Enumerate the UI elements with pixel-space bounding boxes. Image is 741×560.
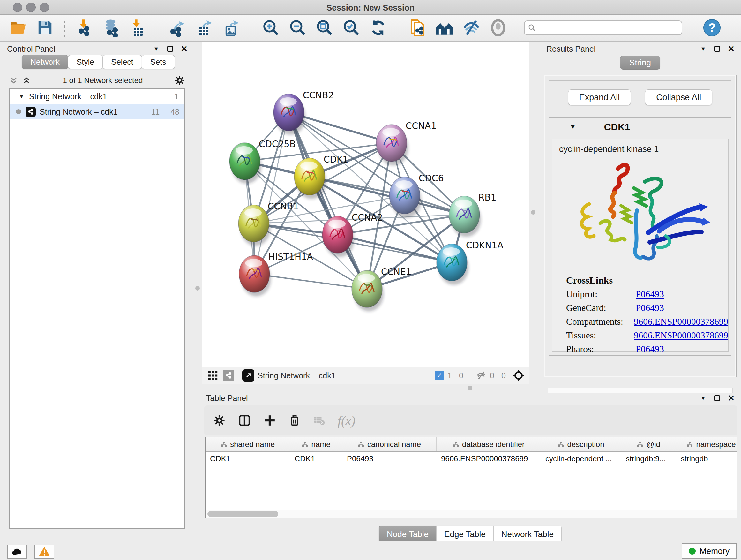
table-settings-gear-icon[interactable] — [213, 415, 225, 427]
crosslink-label: Pharos: — [566, 344, 636, 354]
help-button[interactable]: ? — [703, 19, 721, 37]
network-node-CCNE1[interactable] — [352, 270, 384, 311]
node-label-CCNE1: CCNE1 — [381, 266, 412, 277]
table-column-header[interactable]: namespace — [676, 437, 737, 451]
network-collection-row[interactable]: ▼ String Network – cdk1 1 — [10, 89, 185, 104]
network-node-CCNB2[interactable] — [273, 94, 306, 135]
node-table: shared namenamecanonical namedatabase id… — [205, 437, 737, 518]
panel-menu-icon[interactable]: ▼ — [153, 46, 159, 52]
refresh-icon[interactable] — [369, 18, 387, 37]
network-graph[interactable]: CCNB2CCNA1CDC25BCDK1CDC6RB1CCNB1CCNA2CDK… — [202, 42, 529, 367]
open-in-window-icon[interactable] — [242, 369, 254, 381]
network-node-RB1[interactable] — [449, 196, 481, 237]
splitter-handle[interactable] — [195, 286, 200, 291]
network-node-CDKN1A[interactable] — [436, 244, 468, 285]
table-row[interactable]: CDK1CDK1P064939606.ENSP00000378699cyclin… — [205, 452, 737, 465]
import-network-file-icon[interactable] — [75, 18, 94, 37]
network-node-CCNA2[interactable] — [322, 216, 354, 257]
zoom-selected-icon[interactable] — [342, 18, 360, 37]
table-column-header[interactable]: description — [541, 437, 621, 451]
tab-network[interactable]: Network — [22, 55, 68, 69]
string-import-icon[interactable] — [408, 18, 427, 37]
table-cell[interactable]: 9606.ENSP00000378699 — [436, 454, 541, 463]
table-column-header[interactable]: database identifier — [436, 437, 541, 451]
panel-close-icon[interactable]: ✕ — [181, 44, 188, 54]
panel-float-icon[interactable] — [714, 46, 720, 52]
crosslink-link[interactable]: P06493 — [636, 303, 664, 313]
table-cell[interactable]: stringdb:9... — [621, 454, 676, 463]
tab-network-table[interactable]: Network Table — [493, 525, 562, 543]
gear-icon[interactable] — [174, 75, 185, 86]
tab-sets[interactable]: Sets — [142, 55, 175, 69]
string-hide-eye-icon[interactable] — [462, 18, 481, 37]
crosslink-link[interactable]: 9606.ENSP00000378699 — [634, 330, 728, 341]
tab-style[interactable]: Style — [68, 55, 103, 69]
tab-edge-table[interactable]: Edge Table — [436, 525, 494, 543]
table-cell[interactable]: CDK1 — [290, 454, 342, 463]
share-view-icon[interactable] — [223, 370, 234, 381]
table-cell[interactable]: CDK1 — [205, 454, 290, 463]
add-column-icon[interactable] — [264, 415, 276, 427]
table-cell[interactable]: cyclin-dependent ... — [541, 454, 621, 463]
grid-view-icon[interactable] — [207, 370, 218, 381]
crosslink-link[interactable]: P06493 — [636, 344, 664, 354]
collapse-all-icon[interactable] — [9, 76, 18, 85]
expand-all-icon[interactable] — [22, 76, 31, 85]
collapse-all-button[interactable]: Collapse All — [645, 89, 712, 105]
import-table-file-icon[interactable] — [129, 18, 147, 37]
panel-menu-icon[interactable]: ▼ — [700, 46, 706, 52]
string-lens-icon[interactable] — [489, 18, 508, 37]
node-label-HIST1H1A: HIST1H1A — [268, 252, 313, 262]
table-cell[interactable]: stringdb — [676, 454, 737, 463]
zoom-fit-icon[interactable] — [315, 18, 334, 37]
scrollbar-thumb[interactable] — [207, 511, 278, 517]
string-home-icon[interactable] — [435, 18, 454, 37]
network-node-CCNA1[interactable] — [376, 125, 408, 165]
panel-float-icon[interactable] — [167, 46, 173, 52]
splitter-handle[interactable] — [531, 210, 536, 214]
table-column-header[interactable]: shared name — [205, 437, 290, 451]
network-node-CCNB1[interactable] — [239, 205, 270, 246]
network-row[interactable]: String Network – cdk1 11 48 — [10, 104, 185, 119]
tab-node-table[interactable]: Node Table — [379, 525, 436, 543]
tab-select[interactable]: Select — [103, 55, 142, 69]
table-column-header[interactable]: name — [290, 437, 342, 451]
selected-checkbox-icon[interactable]: ✓ — [434, 371, 444, 380]
tab-string[interactable]: String — [620, 56, 660, 70]
delete-column-trash-icon[interactable] — [288, 415, 300, 427]
network-canvas[interactable]: CCNB2CCNA1CDC25BCDK1CDC6RB1CCNB1CCNA2CDK… — [202, 42, 529, 367]
table-column-header[interactable]: @id — [621, 437, 676, 451]
expand-all-button[interactable]: Expand All — [568, 89, 631, 105]
open-session-icon[interactable] — [9, 18, 27, 37]
network-node-CDK1[interactable] — [294, 158, 326, 199]
zoom-in-icon[interactable] — [262, 18, 280, 37]
import-network-database-icon[interactable] — [102, 18, 121, 37]
search-input[interactable] — [539, 23, 678, 32]
panel-close-icon[interactable]: ✕ — [728, 44, 735, 54]
panel-float-icon[interactable] — [714, 395, 720, 401]
gene-section-header[interactable]: ▼ CDK1 — [549, 118, 731, 136]
collection-disclosure-icon[interactable]: ▼ — [18, 93, 24, 100]
crosslink-link[interactable]: P06493 — [636, 289, 664, 300]
export-table-icon[interactable] — [195, 18, 214, 37]
zoom-out-icon[interactable] — [288, 18, 307, 37]
cloud-button[interactable] — [7, 545, 27, 559]
birdseye-navigator-icon[interactable] — [512, 369, 525, 382]
panel-menu-icon[interactable]: ▼ — [700, 395, 706, 401]
show-columns-icon[interactable] — [238, 414, 251, 427]
export-network-icon[interactable] — [169, 18, 187, 37]
network-node-HIST1H1A[interactable] — [239, 255, 271, 296]
table-cell[interactable]: P06493 — [342, 454, 436, 463]
export-image-icon[interactable] — [222, 18, 241, 37]
gene-disclosure-icon[interactable]: ▼ — [569, 123, 576, 131]
splitter-handle[interactable] — [468, 386, 472, 390]
memory-button[interactable]: Memory — [682, 543, 737, 559]
network-node-CDC6[interactable] — [389, 177, 421, 218]
save-session-icon[interactable] — [36, 18, 54, 37]
table-column-header[interactable]: canonical name — [342, 437, 436, 451]
hidden-eye-icon[interactable] — [476, 370, 487, 381]
warnings-button[interactable] — [35, 545, 54, 559]
table-h-scrollbar[interactable] — [205, 509, 737, 518]
panel-close-icon[interactable]: ✕ — [728, 393, 735, 403]
crosslink-link[interactable]: 9606.ENSP00000378699 — [634, 316, 728, 327]
